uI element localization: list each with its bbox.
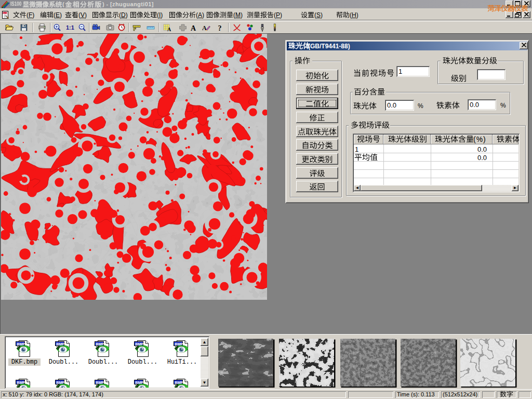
svg-text:?: ? [218,24,222,32]
svg-text:A: A [191,24,196,32]
svg-text:DOC: DOC [3,12,8,15]
svg-text:A: A [167,26,171,32]
svg-text:1:1: 1:1 [66,24,74,31]
